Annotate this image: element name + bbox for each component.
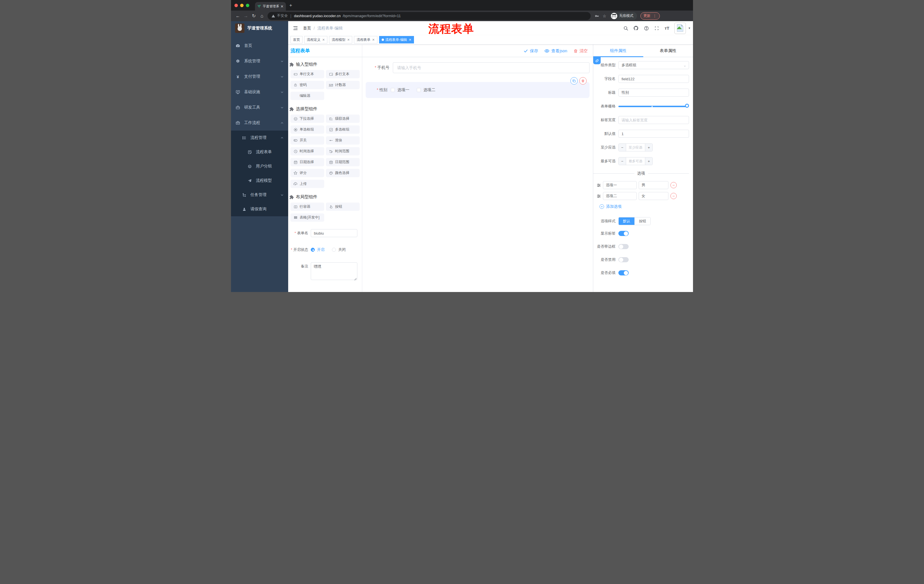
form-canvas[interactable]: 手机号 性别 选项一 选项二 [362,57,593,292]
sidebar-item-home[interactable]: 首页 [231,38,288,53]
palette-item-rate[interactable]: 评分 [290,169,324,177]
label-width-input[interactable] [619,116,689,124]
slider-handle[interactable] [685,104,689,108]
tab-form-props[interactable]: 表单属性 [643,44,693,57]
tag-process-definition[interactable]: 流程定义✕ [304,36,327,43]
tag-home[interactable]: 首页 [290,36,302,43]
default-value-input[interactable] [619,130,689,138]
disabled-toggle[interactable] [619,257,629,262]
title-input[interactable] [619,89,689,97]
palette-item-switch[interactable]: 开关 [290,136,324,145]
breadcrumb-home[interactable]: 首页 [303,26,311,31]
tag-close-icon[interactable]: ✕ [409,38,411,42]
decrease-icon[interactable]: − [619,144,626,151]
tag-close-icon[interactable]: ✕ [372,38,375,42]
remove-option-button[interactable]: − [670,193,677,199]
palette-item-radio-group[interactable]: 单选框组 [290,125,324,134]
component-type-select[interactable]: 多选框组 ⌄ [619,61,689,69]
sidebar-item-devtools[interactable]: 研发工具 [231,100,288,115]
delete-component-button[interactable] [579,77,587,85]
help-icon[interactable] [644,25,649,31]
field-name-input[interactable] [619,75,689,83]
remove-option-button[interactable]: − [670,182,677,188]
option1-value-input[interactable] [639,181,668,189]
url-bar[interactable]: 不安全 | dashboard.yudao.iocoder.cn/bpm/man… [267,12,591,20]
palette-item-cascader[interactable]: 级联选择 [326,115,360,123]
sidebar-item-process-form[interactable]: 流程表单 [231,145,288,159]
status-off-label[interactable]: 关闭 [338,247,346,252]
sidebar-item-leave-query[interactable]: 请假查询 [231,202,288,216]
minimize-window-button[interactable] [240,4,244,7]
option2-value-input[interactable] [639,192,668,200]
maximize-window-button[interactable] [246,4,249,7]
palette-item-upload[interactable]: 上传 [290,180,324,188]
palette-item-password[interactable]: 密码 [290,81,324,89]
show-label-toggle[interactable] [619,231,629,236]
form-grid-slider[interactable] [619,102,689,110]
canvas-field-gender-selected[interactable]: 性别 选项一 选项二 [366,82,589,98]
link-drawer-button[interactable] [593,57,601,64]
github-icon[interactable] [633,25,639,31]
style-default-button[interactable]: 默认 [619,217,634,225]
save-button[interactable]: 保存 [523,48,538,54]
tab-close-icon[interactable]: ✕ [280,4,284,8]
palette-item-editor[interactable]: 编辑器 [290,92,324,100]
drag-handle-icon[interactable] [597,194,601,198]
sidebar-item-system[interactable]: 系统管理 [231,53,288,69]
close-window-button[interactable] [234,4,238,7]
resize-grip-icon[interactable] [354,278,356,280]
new-tab-button[interactable]: + [289,3,292,8]
palette-item-counter[interactable]: 123计数器 [326,81,360,89]
drag-handle-icon[interactable] [597,183,601,188]
chrome-menu-icon[interactable]: ⋮ [653,14,657,18]
palette-item-color-picker[interactable]: 颜色选择 [326,169,360,177]
clear-button[interactable]: 清空 [574,48,588,54]
form-name-input[interactable] [311,229,357,237]
tag-close-icon[interactable]: ✕ [322,38,325,42]
palette-item-checkbox-group[interactable]: 多选框组 [326,125,360,134]
reload-icon[interactable]: ↻ [250,13,258,18]
palette-item-single-text[interactable]: 单行文本 [290,70,324,78]
decrease-icon[interactable]: − [619,158,626,165]
collapse-sidebar-icon[interactable] [293,25,299,31]
password-key-icon[interactable] [595,14,599,18]
palette-item-row-container[interactable]: 行容器 [290,202,324,211]
gender-option1-checkbox[interactable] [391,88,395,92]
status-on-radio[interactable] [311,248,315,252]
sidebar-item-user-group[interactable]: 用户分组 [231,159,288,173]
increase-icon[interactable]: + [645,158,652,165]
add-option-button[interactable]: + 添加选项 [599,204,689,209]
gender-option2-checkbox[interactable] [417,88,421,92]
required-toggle[interactable] [619,270,629,275]
gender-option2-label[interactable]: 选项二 [423,87,436,92]
option1-name-input[interactable] [603,181,637,189]
palette-item-time-range[interactable]: 时间范围 [326,147,360,155]
style-button-button[interactable]: 按钮 [634,217,650,225]
max-select-input[interactable] [626,158,645,165]
palette-item-slider[interactable]: 滑块 [326,136,360,145]
tag-process-model[interactable]: 流程模型✕ [329,36,352,43]
palette-item-table[interactable]: 表格[开发中] [290,214,324,222]
palette-item-multi-text[interactable]: 多行文本 [326,70,360,78]
sidebar-item-infra[interactable]: 基础设施 [231,84,288,100]
sidebar-item-task-mgmt[interactable]: 任务管理 [231,188,288,202]
palette-item-select[interactable]: 下拉选择 [290,115,324,123]
tag-process-form-edit[interactable]: 流程表单-编辑✕ [379,36,414,43]
status-off-radio[interactable] [332,248,336,252]
border-toggle[interactable] [619,244,629,249]
search-icon[interactable] [623,25,629,31]
sidebar-item-payment[interactable]: ¥ 支付管理 [231,69,288,84]
increase-icon[interactable]: + [645,144,652,151]
view-json-button[interactable]: 查看json [544,48,567,54]
app-logo-row[interactable]: 芋道管理系统 [231,21,288,35]
avatar-caret-icon[interactable]: ▾ [688,26,690,30]
sidebar-item-process-mgmt[interactable]: 流程管理 [231,131,288,145]
option2-name-input[interactable] [603,192,637,200]
tab-component-props[interactable]: 组件属性 [593,44,643,57]
status-on-label[interactable]: 开启 [317,247,325,252]
forward-icon[interactable]: → [242,13,250,18]
browser-tab[interactable]: 芋道管理系统 ✕ [255,2,286,11]
gender-option1-label[interactable]: 选项一 [398,87,409,92]
tag-close-icon[interactable]: ✕ [347,38,350,42]
sidebar-item-process-model[interactable]: 流程模型 [231,173,288,188]
